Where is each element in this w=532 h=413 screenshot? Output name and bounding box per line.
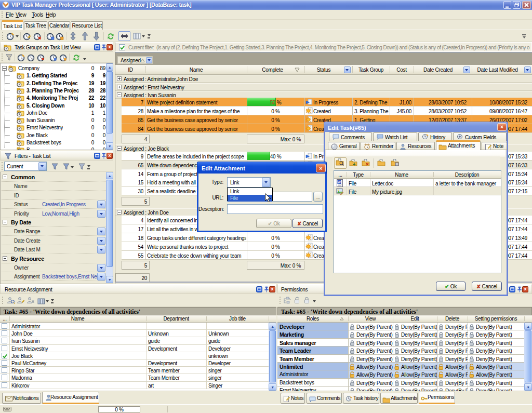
svg-text:W: W [338,181,341,184]
